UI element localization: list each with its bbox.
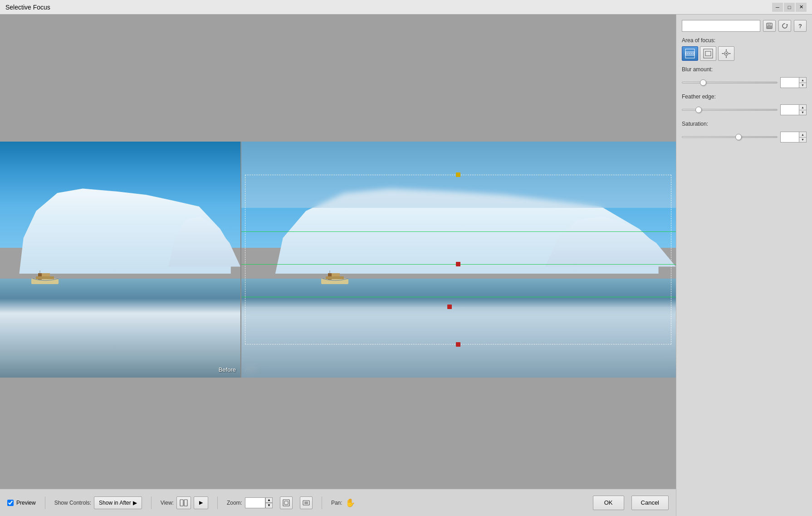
help-icon: ? bbox=[798, 23, 802, 29]
area-band-button[interactable] bbox=[682, 46, 698, 61]
fit-frame-icon bbox=[283, 499, 290, 506]
canvas-area: Before bbox=[0, 15, 676, 516]
saturation-value-input[interactable]: 60 bbox=[781, 132, 799, 142]
saturation-value-group: 60 ▲ ▼ bbox=[780, 132, 807, 143]
view-split-button[interactable] bbox=[176, 496, 191, 509]
show-controls-label: Show Controls: bbox=[54, 500, 91, 506]
zoom-label: Zoom: bbox=[227, 500, 242, 506]
feather-value-group: 15 ▲ ▼ bbox=[780, 104, 807, 115]
handle-far-bottom[interactable] bbox=[456, 342, 460, 347]
pan-hand-icon: ✋ bbox=[345, 498, 355, 508]
handle-center-right[interactable] bbox=[456, 262, 460, 266]
panel-divider bbox=[240, 142, 241, 378]
zoom-input[interactable]: 48 bbox=[245, 497, 265, 508]
window-title: Selective Focus bbox=[5, 4, 772, 11]
after-boat bbox=[319, 270, 355, 288]
split-view-icon bbox=[180, 499, 188, 506]
after-water bbox=[240, 279, 676, 378]
svg-rect-3 bbox=[36, 276, 54, 279]
before-scene-bg bbox=[0, 142, 240, 378]
blur-amount-section: Blur amount: 20 ▲ ▼ bbox=[682, 66, 807, 88]
preview-checkbox[interactable] bbox=[7, 500, 14, 506]
before-panel: Before bbox=[0, 142, 240, 378]
show-in-after-label: Show in After bbox=[99, 500, 131, 506]
show-in-after-button[interactable]: Show in After ▶ bbox=[94, 496, 142, 509]
svg-rect-26 bbox=[705, 51, 711, 56]
preview-label[interactable]: Preview bbox=[16, 500, 36, 506]
reset-button[interactable] bbox=[778, 20, 791, 32]
close-button[interactable]: ✕ bbox=[796, 3, 807, 12]
save-preset-button[interactable] bbox=[763, 20, 776, 32]
blur-value-input[interactable]: 20 bbox=[781, 78, 799, 88]
handle-top[interactable] bbox=[456, 172, 460, 177]
view-dropdown-button[interactable]: ▶ bbox=[194, 496, 208, 509]
zoom-group: Zoom: 48 ▲ ▼ bbox=[227, 497, 273, 508]
zoom-fit-icon bbox=[303, 499, 310, 506]
show-in-after-arrow: ▶ bbox=[133, 500, 137, 506]
svg-rect-10 bbox=[180, 500, 183, 506]
feather-value-input[interactable]: 15 bbox=[781, 105, 799, 115]
feather-spinners: ▲ ▼ bbox=[799, 105, 806, 115]
zoom-input-wrapper: 48 ▲ ▼ bbox=[245, 497, 273, 508]
ok-button[interactable]: OK bbox=[593, 496, 624, 510]
feather-up-button[interactable]: ▲ bbox=[799, 105, 806, 110]
area-of-focus-section: Area of focus: bbox=[682, 37, 807, 61]
svg-point-28 bbox=[726, 53, 727, 54]
help-button[interactable]: ? bbox=[794, 20, 807, 32]
saturation-up-button[interactable]: ▲ bbox=[799, 132, 806, 138]
zoom-spinner: ▲ ▼ bbox=[265, 497, 273, 508]
svg-rect-12 bbox=[283, 500, 289, 506]
area-buttons-group bbox=[682, 46, 807, 61]
svg-rect-13 bbox=[284, 501, 288, 505]
feather-down-button[interactable]: ▼ bbox=[799, 110, 806, 115]
area-of-focus-label: Area of focus: bbox=[682, 37, 807, 44]
blur-up-button[interactable]: ▲ bbox=[799, 78, 806, 83]
zoom-up-button[interactable]: ▲ bbox=[265, 497, 273, 503]
sep3 bbox=[217, 496, 218, 509]
saturation-section: Saturation: 60 ▲ ▼ bbox=[682, 121, 807, 143]
saturation-down-button[interactable]: ▼ bbox=[799, 138, 806, 143]
sep2 bbox=[151, 496, 152, 509]
fit-frame-button[interactable] bbox=[280, 496, 293, 509]
blur-slider-row: 20 ▲ ▼ bbox=[682, 77, 807, 88]
minimize-button[interactable]: ─ bbox=[772, 3, 783, 12]
title-bar: Selective Focus ─ □ ✕ bbox=[0, 0, 812, 15]
main-layout: Before bbox=[0, 15, 812, 516]
sep4 bbox=[322, 496, 322, 509]
preset-dropdown[interactable]: Custom bbox=[682, 20, 760, 32]
canvas-grey-top bbox=[0, 15, 676, 142]
before-water bbox=[0, 279, 240, 378]
right-panel: Custom ? Area of focus: bbox=[676, 15, 812, 516]
svg-marker-21 bbox=[786, 24, 788, 26]
image-container: Before bbox=[0, 142, 676, 378]
area-settings-button[interactable] bbox=[718, 46, 734, 61]
cancel-button[interactable]: Cancel bbox=[631, 496, 669, 510]
after-panel: After bbox=[240, 142, 676, 378]
zoom-down-button[interactable]: ▼ bbox=[265, 503, 273, 508]
handle-bottom-left[interactable] bbox=[447, 305, 452, 309]
reset-icon bbox=[782, 23, 788, 29]
view-dropdown-arrow: ▶ bbox=[199, 500, 203, 506]
after-label: After bbox=[245, 366, 257, 373]
view-group: View: ▶ bbox=[161, 496, 208, 509]
sep1 bbox=[45, 496, 45, 509]
area-spot-button[interactable] bbox=[700, 46, 716, 61]
saturation-slider[interactable] bbox=[682, 136, 778, 138]
before-boat bbox=[29, 270, 65, 288]
svg-rect-25 bbox=[704, 49, 713, 58]
feather-slider[interactable] bbox=[682, 109, 778, 111]
saturation-spinners: ▲ ▼ bbox=[799, 132, 806, 142]
blur-slider[interactable] bbox=[682, 82, 778, 84]
feather-edge-section: Feather edge: 15 ▲ ▼ bbox=[682, 93, 807, 115]
svg-rect-19 bbox=[768, 26, 771, 28]
blur-spinners: ▲ ▼ bbox=[799, 78, 806, 88]
blur-amount-label: Blur amount: bbox=[682, 66, 807, 73]
blur-down-button[interactable]: ▼ bbox=[799, 83, 806, 88]
spot-focus-icon bbox=[703, 49, 713, 59]
svg-rect-20 bbox=[768, 23, 770, 25]
saturation-slider-row: 60 ▲ ▼ bbox=[682, 132, 807, 143]
maximize-button[interactable]: □ bbox=[784, 3, 795, 12]
after-scene-bg bbox=[240, 142, 676, 378]
before-label: Before bbox=[219, 366, 236, 373]
zoom-fit-button[interactable] bbox=[300, 496, 313, 509]
